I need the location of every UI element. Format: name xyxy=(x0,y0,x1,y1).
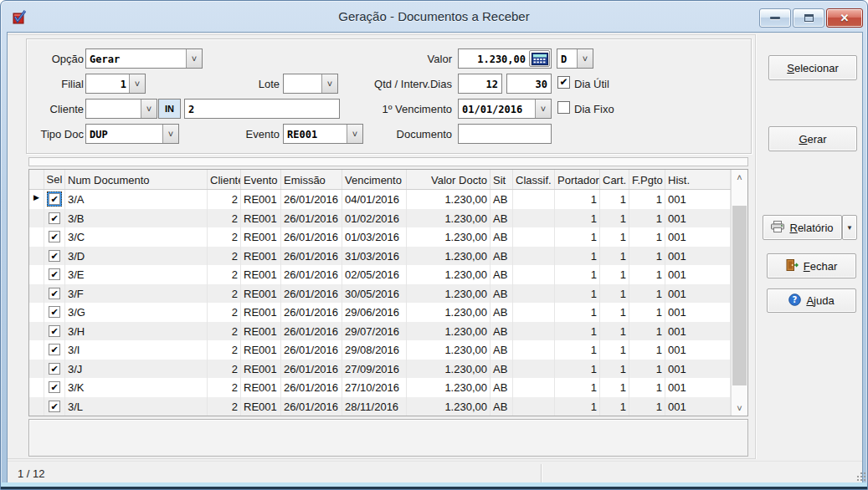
table-row[interactable]: ✔3/E2RE00126/01/201602/05/20161.230,00AB… xyxy=(29,265,731,284)
row-select-checkbox[interactable]: ✔ xyxy=(49,212,60,224)
row-select-checkbox[interactable]: ✔ xyxy=(49,325,60,337)
column-header-hist[interactable]: Hist. xyxy=(665,170,731,189)
calculator-button[interactable] xyxy=(529,50,550,67)
scroll-up-icon[interactable]: ˄ xyxy=(732,170,747,185)
row-indicator xyxy=(29,247,44,266)
interv-dias-input[interactable]: 30 xyxy=(506,74,552,94)
selecionar-button[interactable]: Selecionar xyxy=(768,55,857,80)
chevron-down-icon[interactable]: ˅ xyxy=(162,125,178,143)
cell-emissao: 26/01/2016 xyxy=(281,190,342,209)
column-header-emissao[interactable]: Emissão xyxy=(281,170,342,189)
dia-fixo-checkbox[interactable] xyxy=(557,101,570,114)
cell-cliente: 2 xyxy=(208,303,241,322)
cell-cliente: 2 xyxy=(208,227,241,247)
cell-num: 3/I xyxy=(65,340,208,360)
cell-valor: 1.230,00 xyxy=(407,303,490,322)
column-header-valor[interactable]: Valor Docto xyxy=(407,170,490,189)
cell-cliente: 2 xyxy=(208,209,241,228)
cell-cart: 1 xyxy=(600,247,629,266)
resize-grip[interactable] xyxy=(857,479,859,481)
column-header-cart[interactable]: Cart. xyxy=(600,170,629,189)
scroll-down-icon[interactable]: ˅ xyxy=(732,401,747,416)
table-row[interactable]: ✔3/I2RE00126/01/201629/08/20161.230,00AB… xyxy=(29,340,731,360)
qtd-input[interactable]: 12 xyxy=(458,74,502,94)
tipo-doc-select[interactable]: DUP ˅ xyxy=(85,124,179,144)
row-select-checkbox[interactable]: ✔ xyxy=(49,193,60,205)
ajuda-button[interactable]: ? Ajuda xyxy=(767,288,856,313)
cell-classif xyxy=(513,209,555,228)
column-header-num[interactable]: Num Documento xyxy=(65,170,208,189)
column-header-portador[interactable]: Portador xyxy=(555,170,600,189)
table-row[interactable]: ✔3/G2RE00126/01/201629/06/20161.230,00AB… xyxy=(29,303,731,322)
valor-tipo-select[interactable]: D ˅ xyxy=(557,48,593,69)
cell-portador: 1 xyxy=(555,378,600,397)
scrollbar-thumb[interactable] xyxy=(732,206,747,385)
cell-cart: 1 xyxy=(600,360,629,379)
table-row[interactable]: ▶✔3/A2RE00126/01/201604/01/20161.230,00A… xyxy=(29,190,731,209)
chevron-down-icon[interactable]: ˅ xyxy=(347,125,362,143)
chevron-down-icon[interactable]: ˅ xyxy=(141,100,157,118)
filial-select[interactable]: 1 ˅ xyxy=(85,74,146,94)
table-row[interactable]: ✔3/L2RE00126/01/201628/11/20161.230,00AB… xyxy=(29,397,731,416)
dia-util-checkbox[interactable]: ✔ xyxy=(557,76,570,89)
table-row[interactable]: ✔3/C2RE00126/01/201601/03/20161.230,00AB… xyxy=(29,227,731,247)
cell-cart: 1 xyxy=(600,227,629,247)
grid-header-row: SelNum DocumentoClienteEventoEmissãoVenc… xyxy=(29,170,731,190)
titlebar[interactable]: Geração - Documentos a Receber ✕ xyxy=(1,1,867,33)
vertical-scrollbar[interactable]: ˄ ˅ xyxy=(731,170,747,416)
cell-emissao: 26/01/2016 xyxy=(281,265,342,284)
column-header-cliente[interactable]: Cliente xyxy=(208,170,241,189)
row-select-checkbox[interactable]: ✔ xyxy=(49,344,60,355)
cell-evento: RE001 xyxy=(241,284,281,304)
chevron-down-icon[interactable]: ˅ xyxy=(535,100,551,118)
cliente-in-button[interactable]: IN xyxy=(158,99,181,119)
chevron-down-icon[interactable]: ˅ xyxy=(186,49,202,68)
cell-classif xyxy=(513,284,555,304)
column-header-classif[interactable]: Classif. xyxy=(513,170,555,189)
maximize-button[interactable] xyxy=(793,8,824,28)
opcao-select[interactable]: Gerar ˅ xyxy=(85,48,203,69)
chevron-down-icon[interactable]: ˅ xyxy=(129,74,145,93)
row-select-checkbox[interactable]: ✔ xyxy=(49,268,60,280)
cell-evento: RE001 xyxy=(241,360,281,379)
lote-select[interactable]: ˅ xyxy=(283,74,338,94)
cell-valor: 1.230,00 xyxy=(407,284,490,304)
table-row[interactable]: ✔3/J2RE00126/01/201627/09/20161.230,00AB… xyxy=(29,360,731,379)
close-button[interactable]: ✕ xyxy=(826,8,863,28)
cell-vencimento: 01/03/2016 xyxy=(342,227,407,247)
row-select-checkbox[interactable]: ✔ xyxy=(49,363,60,375)
table-row[interactable]: ✔3/K2RE00126/01/201627/10/20161.230,00AB… xyxy=(29,378,731,397)
valor-input[interactable]: 1.230,00 xyxy=(458,48,552,69)
evento-select[interactable]: RE001 ˅ xyxy=(283,124,363,144)
cell-sit: AB xyxy=(490,397,513,416)
row-select-checkbox[interactable]: ✔ xyxy=(49,250,60,262)
cell-sit: AB xyxy=(490,378,513,397)
cell-vencimento: 27/09/2016 xyxy=(342,360,407,379)
cliente-filter-input[interactable]: 2 xyxy=(184,99,340,119)
table-row[interactable]: ✔3/D2RE00126/01/201631/03/20161.230,00AB… xyxy=(29,247,731,266)
minimize-button[interactable] xyxy=(759,8,791,28)
fechar-button[interactable]: Fechar xyxy=(767,253,856,278)
documento-input[interactable] xyxy=(458,124,552,144)
relatorio-dropdown-button[interactable]: ▼ xyxy=(842,215,857,240)
table-row[interactable]: ✔3/B2RE00126/01/201601/02/20161.230,00AB… xyxy=(29,209,731,228)
row-select-checkbox[interactable]: ✔ xyxy=(49,288,60,299)
primeiro-vencimento-select[interactable]: 01/01/2016 ˅ xyxy=(458,99,552,119)
row-select-checkbox[interactable]: ✔ xyxy=(49,306,60,318)
row-select-checkbox[interactable]: ✔ xyxy=(49,381,60,393)
column-header-sel[interactable]: Sel xyxy=(44,170,65,189)
chevron-down-icon[interactable]: ˅ xyxy=(321,74,337,93)
row-select-checkbox[interactable]: ✔ xyxy=(49,401,60,412)
row-select-checkbox[interactable]: ✔ xyxy=(49,231,60,242)
column-header-sit[interactable]: Sit xyxy=(490,170,513,189)
column-header-evento[interactable]: Evento xyxy=(241,170,281,189)
relatorio-button[interactable]: Relatório xyxy=(763,215,842,240)
column-header-fpgto[interactable]: F.Pgto xyxy=(629,170,665,189)
gerar-button[interactable]: Gerar xyxy=(768,126,857,151)
column-header-vencimento[interactable]: Vencimento xyxy=(342,170,407,189)
cliente-select[interactable]: ˅ xyxy=(85,99,157,119)
table-row[interactable]: ✔3/H2RE00126/01/201629/07/20161.230,00AB… xyxy=(29,322,731,341)
cell-emissao: 26/01/2016 xyxy=(281,322,342,341)
chevron-down-icon[interactable]: ˅ xyxy=(577,49,593,68)
table-row[interactable]: ✔3/F2RE00126/01/201630/05/20161.230,00AB… xyxy=(29,284,731,304)
